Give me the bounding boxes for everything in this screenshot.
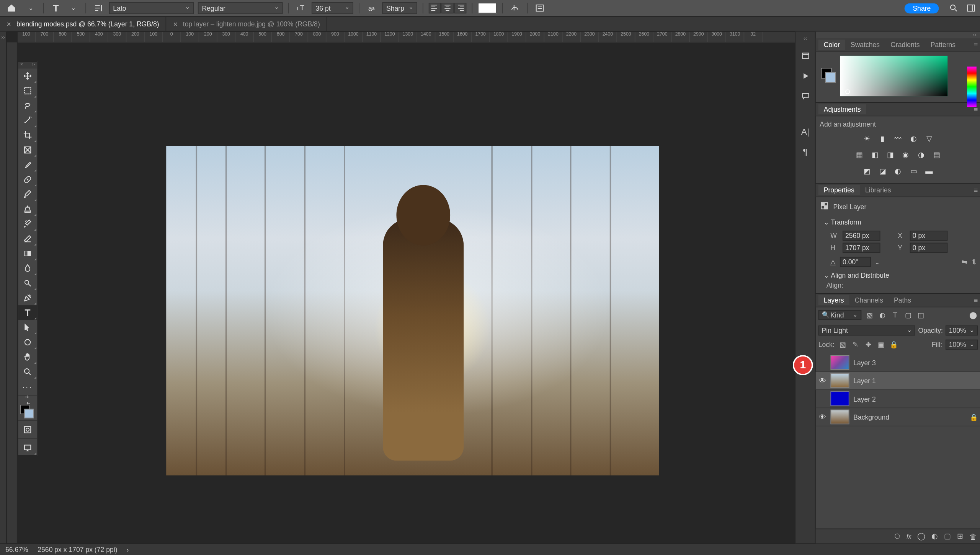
tab-paths[interactable]: Paths — [889, 295, 916, 305]
menu-icon[interactable]: ≡ — [974, 296, 978, 304]
color-balance-icon[interactable]: ◧ — [869, 149, 880, 160]
tab-gradients[interactable]: Gradients — [885, 40, 925, 50]
layer-thumbnail[interactable] — [830, 355, 849, 370]
vibrance-icon[interactable]: ▽ — [924, 133, 934, 144]
tab-properties[interactable]: Properties — [818, 185, 860, 195]
healing-tool[interactable] — [18, 172, 37, 187]
type-tool[interactable]: T — [18, 305, 37, 320]
magic-wand-tool[interactable] — [18, 113, 37, 128]
adjustment-icon[interactable]: ◐ — [931, 532, 938, 541]
chevron-right-icon[interactable]: › — [127, 546, 129, 553]
move-tool[interactable] — [18, 68, 37, 83]
character-icon[interactable]: A| — [799, 125, 812, 137]
menu-icon[interactable]: ≡ — [974, 186, 978, 194]
new-layer-icon[interactable]: ⊞ — [957, 532, 963, 541]
workspace-icon[interactable] — [964, 2, 978, 14]
brightness-icon[interactable]: ☀ — [862, 133, 872, 144]
fx-icon[interactable]: fx — [906, 533, 911, 540]
history-brush-tool[interactable] — [18, 216, 37, 231]
bw-icon[interactable]: ◨ — [885, 149, 896, 160]
type-orientation-icon[interactable] — [91, 2, 105, 14]
posterize-icon[interactable]: ◪ — [877, 165, 888, 176]
menu-icon[interactable]: ≡ — [974, 41, 978, 48]
warp-text-icon[interactable] — [508, 2, 521, 14]
flip-v-icon[interactable]: ⥮ — [971, 258, 977, 265]
comment-icon[interactable] — [799, 90, 812, 103]
blend-mode-dropdown[interactable]: Pin Light⌄ — [818, 326, 916, 335]
history-icon[interactable] — [799, 50, 812, 62]
chevron-down-icon[interactable]: ⌄ — [67, 2, 80, 14]
home-icon[interactable] — [3, 2, 20, 14]
color-swatches[interactable] — [18, 403, 37, 419]
lock-transparency-icon[interactable]: ▧ — [838, 340, 848, 350]
swap-colors-icon[interactable] — [18, 397, 37, 403]
filter-pixel-icon[interactable]: ▧ — [865, 310, 874, 320]
filter-adjust-icon[interactable]: ◐ — [877, 310, 887, 320]
font-size-dropdown[interactable]: 36 pt — [312, 2, 353, 14]
layer-thumbnail[interactable] — [830, 391, 849, 406]
align-section[interactable]: Align and Distribute — [820, 269, 977, 282]
layer-row[interactable]: 👁 Background 🔒 — [816, 408, 980, 426]
filter-kind-dropdown[interactable]: 🔍Kind⌄ — [818, 310, 862, 320]
lock-all-icon[interactable]: 🔒 — [889, 340, 898, 350]
hand-tool[interactable] — [18, 350, 37, 365]
document-tab[interactable]: × blending modes.psd @ 66.7% (Layer 1, R… — [0, 16, 167, 31]
document-tab[interactable]: × top layer – lighten mode.jpg @ 100% (R… — [167, 16, 327, 31]
play-icon[interactable] — [799, 70, 812, 82]
levels-icon[interactable]: ▮ — [877, 133, 888, 144]
threshold-icon[interactable]: ◐ — [893, 165, 903, 176]
layer-name[interactable]: Background — [853, 413, 889, 420]
lock-icon[interactable]: 🔒 — [970, 413, 978, 420]
angle-field[interactable] — [840, 257, 871, 267]
hue-slider[interactable] — [967, 67, 977, 107]
filter-smart-icon[interactable]: ◫ — [916, 310, 926, 320]
paragraph-icon[interactable]: ¶ — [799, 145, 812, 158]
exposure-icon[interactable]: ◐ — [908, 133, 919, 144]
anti-alias-dropdown[interactable]: Sharp — [382, 2, 417, 14]
layer-name[interactable]: Layer 3 — [853, 359, 876, 366]
layer-row[interactable]: 👁 Layer 1 — [816, 372, 980, 390]
blur-tool[interactable] — [18, 261, 37, 276]
layer-thumbnail[interactable] — [830, 410, 849, 425]
font-family-dropdown[interactable]: Lato — [109, 2, 194, 14]
lock-position-icon[interactable]: ✥ — [863, 340, 873, 350]
dodge-tool[interactable] — [18, 276, 37, 291]
font-weight-dropdown[interactable]: Regular — [198, 2, 283, 14]
crop-tool[interactable] — [18, 128, 37, 143]
quick-mask-icon[interactable] — [18, 422, 37, 437]
width-field[interactable] — [843, 231, 880, 241]
canvas-image[interactable] — [166, 146, 659, 475]
align-right-button[interactable] — [454, 3, 467, 13]
height-field[interactable] — [843, 243, 880, 253]
eraser-tool[interactable] — [18, 231, 37, 246]
path-tool[interactable] — [18, 320, 37, 335]
expand-icon[interactable]: ›› — [32, 62, 35, 69]
tab-patterns[interactable]: Patterns — [925, 40, 961, 50]
mask-icon[interactable]: ◯ — [917, 532, 925, 541]
channel-mixer-icon[interactable]: ◑ — [916, 149, 927, 160]
x-field[interactable] — [910, 231, 947, 241]
close-icon[interactable]: × — [20, 62, 23, 69]
pen-tool[interactable] — [18, 290, 37, 305]
filter-toggle-icon[interactable]: ⬤ — [969, 310, 978, 320]
photo-filter-icon[interactable]: ◉ — [900, 149, 911, 160]
tab-libraries[interactable]: Libraries — [860, 185, 897, 195]
color-lookup-icon[interactable]: ▤ — [931, 149, 942, 160]
zoom-tool[interactable] — [18, 365, 37, 379]
eyedropper-tool[interactable] — [18, 157, 37, 172]
color-field[interactable] — [840, 56, 947, 96]
gradient-tool[interactable] — [18, 246, 37, 261]
brush-tool[interactable] — [18, 187, 37, 202]
chevron-down-icon[interactable]: ⌄ — [24, 2, 38, 14]
layer-thumbnail[interactable] — [830, 373, 849, 388]
edit-toolbar[interactable]: ··· — [18, 379, 37, 394]
lock-artboard-icon[interactable]: ▣ — [876, 340, 886, 350]
frame-tool[interactable] — [18, 143, 37, 158]
layer-row[interactable]: Layer 3 — [816, 354, 980, 372]
curves-icon[interactable]: 〰 — [893, 133, 903, 144]
gradient-map-icon[interactable]: ▭ — [908, 165, 919, 176]
screenmode-icon[interactable] — [18, 440, 37, 455]
tab-channels[interactable]: Channels — [849, 295, 889, 305]
invert-icon[interactable]: ◩ — [862, 165, 872, 176]
visibility-toggle[interactable]: 👁 — [818, 376, 826, 384]
